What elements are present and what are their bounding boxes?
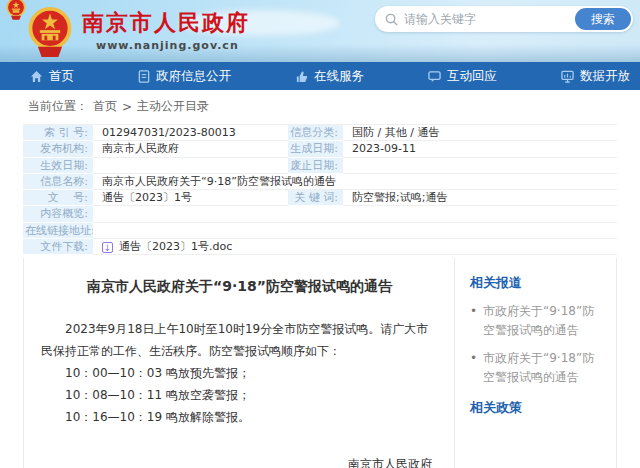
nav-item-open-data[interactable]: 数据开放 <box>561 68 630 85</box>
national-emblem-icon <box>27 6 73 58</box>
meta-value-summary <box>93 206 617 222</box>
article-title: 南京市人民政府关于“9·18”防空警报试鸣的通告 <box>41 276 438 296</box>
meta-value-repeal-date <box>343 158 617 174</box>
breadcrumb-separator: > <box>122 100 132 114</box>
corner-national-emblem-icon <box>6 0 26 22</box>
signature-issuer: 南京市人民政府 <box>41 454 432 468</box>
chat-icon <box>428 70 441 83</box>
schedule-line: 10：08—10：11 鸣放空袭警报； <box>41 384 438 406</box>
file-download-name: 通告〔2023〕1号.doc <box>119 239 232 255</box>
article-body: 2023年9月18日上午10时至10时19分全市防空警报试鸣。请广大市民保持正常… <box>41 318 438 428</box>
home-icon <box>30 70 43 83</box>
meta-label-category: 信息分类: <box>288 125 343 141</box>
meta-value-created-date: 2023-09-11 <box>343 141 617 157</box>
meta-label-online-link: 在线链接地址: <box>23 223 93 239</box>
breadcrumb-prefix: 当前位置： <box>28 98 88 115</box>
site-header: 南京市人民政府 www.nanjing.gov.cn 搜索 <box>0 0 640 62</box>
meta-label-index-number: 索 引 号: <box>23 125 93 141</box>
meta-label-summary: 内容概览: <box>23 206 93 222</box>
related-sidebar: 相关报道 市政府关于“9·18”防空警报试鸣的通告 市政府关于“9·18”防空警… <box>455 258 616 468</box>
meta-label-doc-number: 文 号: <box>23 190 93 206</box>
site-logo[interactable]: 南京市人民政府 www.nanjing.gov.cn <box>27 6 250 58</box>
search-icon <box>385 13 398 26</box>
schedule-line: 10：16—10：19 鸣放解除警报。 <box>41 406 438 428</box>
article: 南京市人民政府关于“9·18”防空警报试鸣的通告 2023年9月18日上午10时… <box>24 258 455 468</box>
site-title: 南京市人民政府 <box>82 10 250 36</box>
site-url: www.nanjing.gov.cn <box>82 39 250 52</box>
nav-item-gov-info[interactable]: 政府信息公开 <box>138 68 231 85</box>
meta-value-effective-date <box>93 158 288 174</box>
document-icon <box>138 70 150 83</box>
search-input[interactable] <box>398 12 575 26</box>
nav-label: 互动回应 <box>447 68 497 85</box>
meta-label-info-name: 信息名称: <box>23 174 93 190</box>
nav-label: 首页 <box>49 68 74 85</box>
related-policy-heading: 相关政策 <box>470 399 604 417</box>
meta-value-doc-number: 通告〔2023〕1号 <box>93 190 288 206</box>
nav-label: 在线服务 <box>314 68 364 85</box>
search-bar: 搜索 <box>375 6 633 32</box>
main-navigation: 首页 政府信息公开 在线服务 互动回应 数据开放 <box>0 62 640 90</box>
nav-item-online-services[interactable]: 在线服务 <box>295 68 364 85</box>
meta-value-category: 国防 / 其他 / 通告 <box>343 125 617 141</box>
meta-value-keywords: 防空警报;试鸣;通告 <box>343 190 617 206</box>
nav-item-home[interactable]: 首页 <box>30 68 74 85</box>
monitor-icon <box>561 70 574 83</box>
meta-value-issuer: 南京市人民政府 <box>93 141 288 157</box>
related-report-item[interactable]: 市政府关于“9·18”防空警报试鸣的通告 <box>470 349 604 387</box>
meta-label-created-date: 生成日期: <box>288 141 343 157</box>
meta-label-keywords: 关 键 词: <box>288 190 343 206</box>
related-reports-heading: 相关报道 <box>470 274 604 292</box>
content-panel: 南京市人民政府关于“9·18”防空警报试鸣的通告 2023年9月18日上午10时… <box>23 258 617 468</box>
breadcrumb: 当前位置： 首页 > 主动公开目录 <box>0 90 640 123</box>
nav-item-interaction[interactable]: 互动回应 <box>428 68 497 85</box>
meta-value-online-link <box>93 223 617 239</box>
nav-label: 政府信息公开 <box>156 68 231 85</box>
document-meta-table: 索 引 号: 012947031/2023-80013 信息分类: 国防 / 其… <box>23 124 617 255</box>
meta-value-file-download: ↓ 通告〔2023〕1号.doc <box>93 239 617 255</box>
schedule-line: 10：00—10：03 鸣放预先警报； <box>41 362 438 384</box>
meta-label-repeal-date: 废止日期: <box>288 158 343 174</box>
meta-label-effective-date: 生效日期: <box>23 158 93 174</box>
related-reports-list: 市政府关于“9·18”防空警报试鸣的通告 市政府关于“9·18”防空警报试鸣的通… <box>470 302 604 387</box>
nav-label: 数据开放 <box>580 68 630 85</box>
file-download-link[interactable]: ↓ 通告〔2023〕1号.doc <box>102 239 617 255</box>
download-icon: ↓ <box>102 242 113 253</box>
meta-value-info-name: 南京市人民政府关于“9·18”防空警报试鸣的通告 <box>93 174 617 190</box>
breadcrumb-home[interactable]: 首页 <box>93 98 117 115</box>
breadcrumb-current[interactable]: 主动公开目录 <box>137 98 209 115</box>
meta-value-index-number: 012947031/2023-80013 <box>93 125 288 141</box>
article-paragraph: 2023年9月18日上午10时至10时19分全市防空警报试鸣。请广大市民保持正常… <box>41 318 438 362</box>
thumbs-up-icon <box>295 70 308 83</box>
meta-label-file-download: 文件下载: <box>23 239 93 255</box>
article-signature: 南京市人民政府 2023年9月11日 <box>41 454 438 468</box>
related-report-item[interactable]: 市政府关于“9·18”防空警报试鸣的通告 <box>470 302 604 340</box>
meta-label-issuer: 发布机构: <box>23 141 93 157</box>
search-button[interactable]: 搜索 <box>575 8 631 30</box>
